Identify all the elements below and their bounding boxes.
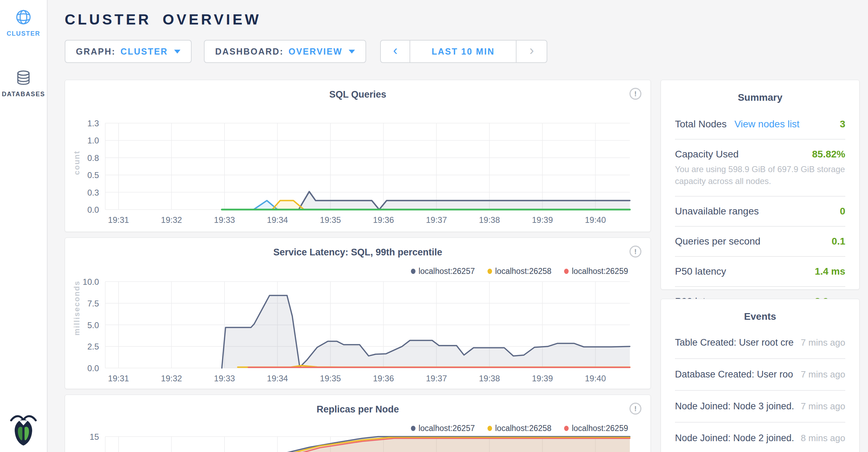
chart-title: Service Latency: SQL, 99th percentile (65, 238, 650, 258)
legend-label: localhost:26258 (495, 267, 552, 276)
event-time: 7 mins ago (794, 369, 845, 380)
database-icon (15, 70, 31, 87)
summary-row-value: 0 (840, 206, 845, 217)
legend-item[interactable]: localhost:26257 (411, 424, 475, 433)
legend-label: localhost:26257 (419, 267, 475, 276)
summary-row-value: 3 (840, 119, 845, 130)
summary-row-label: Queries per second (675, 236, 760, 247)
summary-panel: Summary Total NodesView nodes list3Capac… (661, 80, 860, 290)
svg-text:7.5: 7.5 (87, 299, 99, 308)
svg-text:19:38: 19:38 (479, 374, 500, 383)
legend-label: localhost:26259 (572, 424, 628, 433)
summary-row-label: Capacity Used (675, 149, 739, 160)
svg-text:0.8: 0.8 (87, 153, 99, 163)
event-time: 7 mins ago (794, 337, 845, 348)
y-axis-label: milliseconds (72, 322, 81, 336)
summary-row: P50 latency1.4 ms (675, 257, 845, 287)
info-icon[interactable]: ! (629, 246, 641, 257)
info-icon[interactable]: ! (629, 88, 641, 100)
legend-item[interactable]: localhost:26257 (411, 267, 475, 276)
svg-text:0.0: 0.0 (87, 363, 99, 373)
svg-text:19:31: 19:31 (108, 374, 129, 383)
sidebar-item-label: DATABASES (2, 91, 45, 98)
svg-text:19:31: 19:31 (108, 215, 129, 225)
dashboard-dropdown-value: OVERVIEW (289, 47, 342, 57)
summary-row-value: 0.1 (832, 236, 845, 247)
time-next-button[interactable]: › (516, 41, 547, 62)
legend-item[interactable]: localhost:26259 (564, 267, 628, 276)
summary-rows: Total NodesView nodes list3Capacity Used… (675, 110, 845, 316)
legend-item[interactable]: localhost:26259 (564, 424, 628, 433)
summary-row-value: 1.4 ms (815, 266, 845, 277)
svg-text:19:39: 19:39 (532, 215, 553, 225)
time-range-button[interactable]: LAST 10 MIN (410, 41, 516, 62)
svg-text:0.5: 0.5 (87, 170, 99, 180)
y-axis-label: count (72, 161, 81, 175)
sidebar-item-label: CLUSTER (7, 30, 40, 37)
dashboard-dropdown[interactable]: DASHBOARD: OVERVIEW (204, 40, 366, 63)
chart-title: Replicas per Node (65, 395, 650, 415)
cockroach-logo-icon[interactable] (9, 411, 37, 449)
summary-row-label: P50 latency (675, 266, 726, 277)
event-text: Node Joined: Node 3 joined... (675, 401, 794, 412)
svg-text:19:32: 19:32 (161, 374, 182, 383)
svg-text:19:40: 19:40 (585, 215, 606, 225)
summary-row: Queries per second0.1 (675, 227, 845, 257)
svg-text:1.3: 1.3 (87, 119, 99, 128)
sidebar-item-databases[interactable]: DATABASES (2, 70, 45, 98)
page-title: CLUSTER OVERVIEW (65, 11, 860, 28)
graph-dropdown-label: GRAPH: (76, 47, 116, 57)
svg-text:2.5: 2.5 (87, 342, 99, 351)
legend-item[interactable]: localhost:26258 (488, 267, 552, 276)
summary-row: Capacity Used85.82%You are using 598.9 G… (675, 140, 845, 197)
dashboard-dropdown-label: DASHBOARD: (215, 47, 284, 57)
legend-item[interactable]: localhost:26258 (488, 424, 552, 433)
svg-text:19:34: 19:34 (267, 374, 288, 383)
events-panel: Events Table Created: User root cre...7 … (661, 299, 860, 452)
svg-text:0.0: 0.0 (87, 205, 99, 214)
replicas-per-node-card: Replicas per Node ! localhost:26257local… (65, 395, 651, 452)
event-row: Node Joined: Node 3 joined...7 mins ago (675, 391, 845, 423)
svg-text:19:35: 19:35 (320, 215, 341, 225)
legend-dot-icon (564, 426, 569, 431)
summary-row: Unavailable ranges0 (675, 197, 845, 227)
svg-text:0.3: 0.3 (87, 188, 99, 197)
view-nodes-list-link[interactable]: View nodes list (734, 119, 799, 130)
chart-legend: localhost:26257localhost:26258localhost:… (411, 424, 628, 433)
event-row: Table Created: User root cre...7 mins ag… (675, 327, 845, 359)
time-prev-button[interactable]: ‹ (381, 41, 410, 62)
legend-dot-icon (411, 426, 415, 431)
event-row: Node Joined: Node 2 joined...8 mins ago (675, 423, 845, 452)
legend-dot-icon (411, 269, 415, 274)
events-rows: Table Created: User root cre...7 mins ag… (675, 327, 845, 452)
event-text: Database Created: User roo... (675, 369, 794, 380)
sql-queries-plot: 19:3119:3219:3319:3419:3519:3619:3719:38… (105, 123, 630, 226)
sql-queries-card: SQL Queries ! count 19:3119:3219:3319:34… (65, 80, 651, 232)
summary-title: Summary (675, 80, 845, 103)
summary-row-label: Unavailable ranges (675, 206, 759, 217)
svg-text:19:33: 19:33 (214, 215, 235, 225)
main-content: CLUSTER OVERVIEW GRAPH: CLUSTER DASHBOAR… (48, 0, 868, 452)
legend-label: localhost:26259 (572, 267, 628, 276)
svg-text:19:34: 19:34 (267, 215, 288, 225)
info-icon[interactable]: ! (629, 403, 641, 415)
event-row: Database Created: User roo...7 mins ago (675, 359, 845, 391)
chevron-down-icon (174, 50, 180, 54)
svg-text:5.0: 5.0 (87, 320, 99, 330)
svg-text:19:39: 19:39 (532, 374, 553, 383)
sidebar-item-cluster[interactable]: CLUSTER (7, 9, 40, 37)
svg-text:19:37: 19:37 (426, 374, 447, 383)
charts-column: SQL Queries ! count 19:3119:3219:3319:34… (65, 80, 651, 452)
chart-legend: localhost:26257localhost:26258localhost:… (411, 267, 628, 276)
events-title: Events (675, 299, 845, 322)
legend-label: localhost:26258 (495, 424, 552, 433)
legend-label: localhost:26257 (419, 424, 475, 433)
sidebar: CLUSTER DATABASES (0, 0, 48, 452)
svg-text:10.0: 10.0 (83, 277, 99, 287)
graph-dropdown[interactable]: GRAPH: CLUSTER (65, 40, 192, 63)
summary-row: Total NodesView nodes list3 (675, 110, 845, 140)
svg-text:15: 15 (90, 432, 99, 442)
globe-icon (15, 9, 31, 27)
event-text: Table Created: User root cre... (675, 337, 794, 348)
svg-text:19:33: 19:33 (214, 374, 235, 383)
